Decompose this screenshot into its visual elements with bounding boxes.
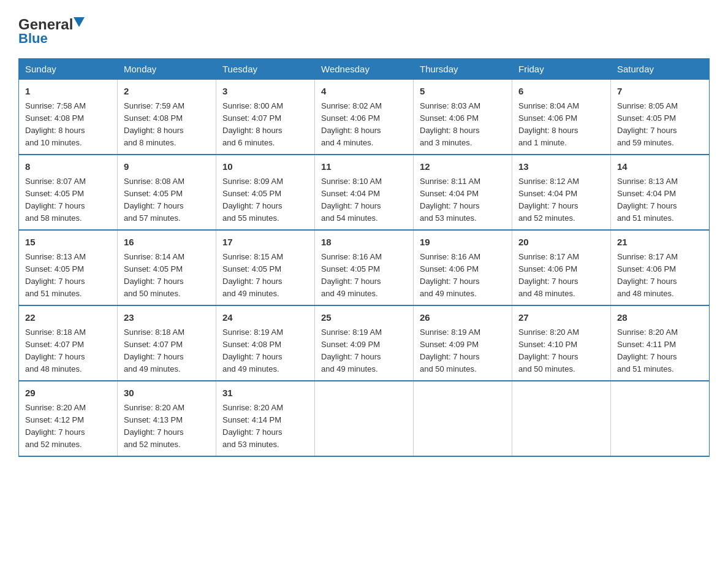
day-info: Sunrise: 8:08 AMSunset: 4:05 PMDaylight:… (124, 175, 210, 225)
day-cell-25: 25Sunrise: 8:19 AMSunset: 4:09 PMDayligh… (315, 305, 414, 381)
day-number: 1 (25, 85, 111, 99)
empty-cell (315, 381, 414, 456)
header-thursday: Thursday (414, 59, 512, 80)
day-cell-20: 20Sunrise: 8:17 AMSunset: 4:06 PMDayligh… (512, 230, 611, 305)
day-number: 16 (124, 236, 210, 250)
day-info: Sunrise: 8:20 AMSunset: 4:11 PMDaylight:… (617, 326, 703, 376)
day-number: 4 (321, 85, 407, 99)
day-info: Sunrise: 8:18 AMSunset: 4:07 PMDaylight:… (124, 326, 210, 376)
empty-cell (512, 381, 611, 456)
day-number: 21 (617, 236, 703, 250)
day-info: Sunrise: 8:14 AMSunset: 4:05 PMDaylight:… (124, 251, 210, 301)
days-header-row: SundayMondayTuesdayWednesdayThursdayFrid… (19, 59, 710, 80)
day-cell-15: 15Sunrise: 8:13 AMSunset: 4:05 PMDayligh… (19, 230, 118, 305)
day-info: Sunrise: 8:16 AMSunset: 4:06 PMDaylight:… (420, 251, 506, 301)
day-number: 22 (25, 311, 111, 325)
header-sunday: Sunday (19, 59, 118, 80)
day-number: 7 (617, 85, 703, 99)
calendar-table: SundayMondayTuesdayWednesdayThursdayFrid… (18, 58, 710, 457)
day-number: 26 (420, 311, 506, 325)
day-info: Sunrise: 8:19 AMSunset: 4:09 PMDaylight:… (420, 326, 506, 376)
day-number: 8 (25, 160, 111, 174)
day-cell-23: 23Sunrise: 8:18 AMSunset: 4:07 PMDayligh… (118, 305, 216, 381)
day-number: 12 (420, 160, 506, 174)
day-number: 6 (518, 85, 604, 99)
day-number: 20 (518, 236, 604, 250)
day-cell-24: 24Sunrise: 8:19 AMSunset: 4:08 PMDayligh… (216, 305, 315, 381)
day-info: Sunrise: 8:20 AMSunset: 4:13 PMDaylight:… (124, 402, 210, 451)
header-friday: Friday (512, 59, 611, 80)
day-cell-31: 31Sunrise: 8:20 AMSunset: 4:14 PMDayligh… (216, 381, 315, 456)
day-cell-5: 5Sunrise: 8:03 AMSunset: 4:06 PMDaylight… (414, 80, 512, 155)
header-saturday: Saturday (611, 59, 710, 80)
svg-marker-1 (74, 17, 85, 27)
day-info: Sunrise: 8:11 AMSunset: 4:04 PMDaylight:… (420, 175, 506, 225)
day-number: 9 (124, 160, 210, 174)
day-info: Sunrise: 8:07 AMSunset: 4:05 PMDaylight:… (25, 175, 111, 225)
empty-cell (414, 381, 512, 456)
day-info: Sunrise: 8:17 AMSunset: 4:06 PMDaylight:… (518, 251, 604, 301)
week-row-1: 1Sunrise: 7:58 AMSunset: 4:08 PMDaylight… (19, 80, 710, 155)
day-cell-16: 16Sunrise: 8:14 AMSunset: 4:05 PMDayligh… (118, 230, 216, 305)
day-info: Sunrise: 8:03 AMSunset: 4:06 PMDaylight:… (420, 100, 506, 150)
day-cell-22: 22Sunrise: 8:18 AMSunset: 4:07 PMDayligh… (19, 305, 118, 381)
day-number: 30 (124, 386, 210, 400)
header-monday: Monday (118, 59, 216, 80)
day-info: Sunrise: 8:12 AMSunset: 4:04 PMDaylight:… (518, 175, 604, 225)
empty-cell (611, 381, 710, 456)
day-number: 29 (25, 386, 111, 400)
day-cell-13: 13Sunrise: 8:12 AMSunset: 4:04 PMDayligh… (512, 155, 611, 230)
day-info: Sunrise: 8:16 AMSunset: 4:05 PMDaylight:… (321, 251, 407, 301)
day-info: Sunrise: 8:00 AMSunset: 4:07 PMDaylight:… (222, 100, 308, 150)
day-cell-14: 14Sunrise: 8:13 AMSunset: 4:04 PMDayligh… (611, 155, 710, 230)
page-header: GeneralBlue (18, 12, 710, 46)
week-row-2: 8Sunrise: 8:07 AMSunset: 4:05 PMDaylight… (19, 155, 710, 230)
day-cell-3: 3Sunrise: 8:00 AMSunset: 4:07 PMDaylight… (216, 80, 315, 155)
week-row-3: 15Sunrise: 8:13 AMSunset: 4:05 PMDayligh… (19, 230, 710, 305)
day-cell-12: 12Sunrise: 8:11 AMSunset: 4:04 PMDayligh… (414, 155, 512, 230)
day-cell-21: 21Sunrise: 8:17 AMSunset: 4:06 PMDayligh… (611, 230, 710, 305)
header-wednesday: Wednesday (315, 59, 414, 80)
day-number: 10 (222, 160, 308, 174)
week-row-5: 29Sunrise: 8:20 AMSunset: 4:12 PMDayligh… (19, 381, 710, 456)
day-info: Sunrise: 8:20 AMSunset: 4:14 PMDaylight:… (222, 402, 308, 451)
day-info: Sunrise: 8:09 AMSunset: 4:05 PMDaylight:… (222, 175, 308, 225)
day-cell-26: 26Sunrise: 8:19 AMSunset: 4:09 PMDayligh… (414, 305, 512, 381)
svg-text:General: General (18, 16, 73, 33)
day-number: 18 (321, 236, 407, 250)
day-cell-9: 9Sunrise: 8:08 AMSunset: 4:05 PMDaylight… (118, 155, 216, 230)
svg-text:Blue: Blue (18, 31, 48, 46)
day-cell-2: 2Sunrise: 7:59 AMSunset: 4:08 PMDaylight… (118, 80, 216, 155)
day-number: 31 (222, 386, 308, 400)
day-info: Sunrise: 8:19 AMSunset: 4:08 PMDaylight:… (222, 326, 308, 376)
day-number: 23 (124, 311, 210, 325)
day-number: 19 (420, 236, 506, 250)
day-cell-27: 27Sunrise: 8:20 AMSunset: 4:10 PMDayligh… (512, 305, 611, 381)
day-info: Sunrise: 7:59 AMSunset: 4:08 PMDaylight:… (124, 100, 210, 150)
day-number: 17 (222, 236, 308, 250)
day-number: 15 (25, 236, 111, 250)
day-cell-4: 4Sunrise: 8:02 AMSunset: 4:06 PMDaylight… (315, 80, 414, 155)
day-number: 14 (617, 160, 703, 174)
logo-svg: GeneralBlue (18, 12, 92, 46)
day-cell-28: 28Sunrise: 8:20 AMSunset: 4:11 PMDayligh… (611, 305, 710, 381)
day-info: Sunrise: 8:20 AMSunset: 4:12 PMDaylight:… (25, 402, 111, 451)
day-cell-6: 6Sunrise: 8:04 AMSunset: 4:06 PMDaylight… (512, 80, 611, 155)
day-number: 3 (222, 85, 308, 99)
day-cell-30: 30Sunrise: 8:20 AMSunset: 4:13 PMDayligh… (118, 381, 216, 456)
logo: GeneralBlue (18, 12, 92, 46)
day-cell-1: 1Sunrise: 7:58 AMSunset: 4:08 PMDaylight… (19, 80, 118, 155)
day-number: 24 (222, 311, 308, 325)
day-info: Sunrise: 7:58 AMSunset: 4:08 PMDaylight:… (25, 100, 111, 150)
day-info: Sunrise: 8:02 AMSunset: 4:06 PMDaylight:… (321, 100, 407, 150)
day-number: 28 (617, 311, 703, 325)
day-cell-8: 8Sunrise: 8:07 AMSunset: 4:05 PMDaylight… (19, 155, 118, 230)
day-info: Sunrise: 8:10 AMSunset: 4:04 PMDaylight:… (321, 175, 407, 225)
day-number: 2 (124, 85, 210, 99)
day-cell-18: 18Sunrise: 8:16 AMSunset: 4:05 PMDayligh… (315, 230, 414, 305)
day-info: Sunrise: 8:13 AMSunset: 4:05 PMDaylight:… (25, 251, 111, 301)
day-cell-11: 11Sunrise: 8:10 AMSunset: 4:04 PMDayligh… (315, 155, 414, 230)
day-number: 25 (321, 311, 407, 325)
day-info: Sunrise: 8:05 AMSunset: 4:05 PMDaylight:… (617, 100, 703, 150)
day-info: Sunrise: 8:19 AMSunset: 4:09 PMDaylight:… (321, 326, 407, 376)
